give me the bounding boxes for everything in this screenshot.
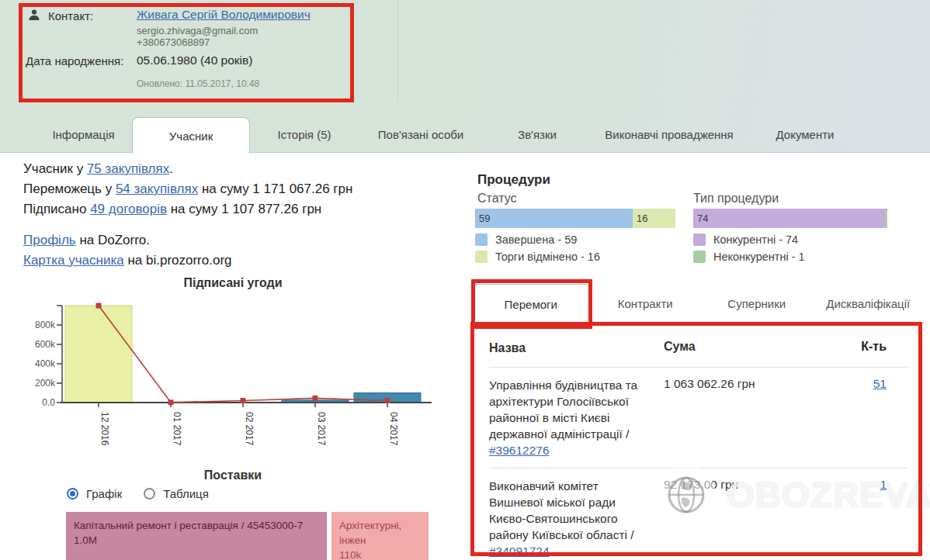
line-series <box>99 306 387 403</box>
header-divider <box>397 0 398 101</box>
external-links: Профіль на DoZorro. Картка учасника на b… <box>23 230 458 271</box>
procedure-type-chart-label: Тип процедури <box>693 192 779 206</box>
table-row: Виконавчий комітет Вишневої міської ради… <box>489 468 908 560</box>
tab-label: Зв'язки <box>518 128 557 141</box>
signed-agreements-plot: 0.0200k400k600k800k12 201601 201702 2017… <box>31 299 435 455</box>
tab-zvyazky[interactable]: Зв'язки <box>483 117 592 152</box>
radio-table[interactable] <box>144 488 155 500</box>
tab-dyskvalifikatsii[interactable]: Дискваліфікації <box>812 284 924 323</box>
buyer-name: Виконавчий комітет Вишневої міської ради… <box>489 479 634 541</box>
contact-label: Контакт: <box>48 9 93 22</box>
stat-text: Переможець у <box>23 181 116 196</box>
tab-istoria[interactable]: Історія (5) <box>250 117 359 152</box>
supplies-view-switch: Графік Таблиця <box>67 487 223 500</box>
buyer-name: Управління будівництва та архітектури Го… <box>489 379 637 441</box>
prozorro-card-link[interactable]: Картка учасника <box>23 253 124 268</box>
win-sum: 1 063 062.26 грн <box>664 377 811 458</box>
dozorro-profile-link[interactable]: Профіль <box>23 233 76 247</box>
purchases-link[interactable]: 75 закупівлях <box>87 161 169 176</box>
updated-timestamp: Оновлено: 11.05.2017, 10:48 <box>137 78 259 89</box>
tab-label: Суперники <box>727 297 786 310</box>
stat-text: на DoZorro. <box>76 233 150 247</box>
table-row: Управління будівництва та архітектури Го… <box>489 367 908 468</box>
y-tick-label: 600k <box>35 339 56 350</box>
treemap-block[interactable]: Капітальний ремонт і реставрація / 45453… <box>66 512 327 560</box>
segment-Торги відмінено[interactable]: 16 <box>633 209 675 228</box>
legend-swatch-noncompetitive <box>693 251 706 263</box>
x-tick-label: 02 2017 <box>244 412 255 446</box>
tab-label: Історія (5) <box>277 128 331 141</box>
buyer-id-link[interactable]: #39612276 <box>489 444 550 457</box>
legend-label: Неконкурентні - 1 <box>713 251 805 263</box>
tab-supernyky[interactable]: Суперники <box>701 284 813 323</box>
table-header-row: Назва Сума К-ть <box>489 332 908 367</box>
tab-label: Виконавчі провадження <box>605 128 733 141</box>
legend-row: Неконкурентні - 1 <box>693 251 805 263</box>
tab-kontrakty[interactable]: Контракти <box>589 284 701 323</box>
status-chart-label: Статус <box>477 192 517 206</box>
line-point-12 2016[interactable] <box>96 303 102 309</box>
birth-date-label: Дата народження: <box>26 54 123 67</box>
y-tick-label: 800k <box>35 320 56 330</box>
contracts-link[interactable]: 49 договорів <box>90 202 167 216</box>
legend-label: Конкурентні - 74 <box>713 233 798 246</box>
line-point-03 2017[interactable] <box>313 396 318 401</box>
procedure-type-stacked-bar: 74 <box>693 209 887 228</box>
contact-phone: +380673068897 <box>137 36 210 48</box>
win-count-link[interactable]: 1 <box>880 478 887 491</box>
stat-text: Учасник у <box>23 161 87 176</box>
buyer-id-link[interactable]: #34091724 <box>489 544 550 558</box>
line-point-02 2017[interactable] <box>241 398 246 403</box>
wins-link[interactable]: 54 закупівлях <box>116 181 198 196</box>
tab-label: Пов'язані особи <box>378 128 463 141</box>
procedure-type-legend: Конкурентні - 74 Неконкурентні - 1 <box>693 233 805 263</box>
legend-row: Торги відмінено - 16 <box>475 251 600 263</box>
x-tick-label: 03 2017 <box>316 412 327 446</box>
tab-dokumenty[interactable]: Документи <box>747 117 863 152</box>
main-tab-bar: Інформація Учасник Історія (5) Пов'язані… <box>0 117 930 153</box>
contact-email: sergio.zhivaga@gmail.com <box>137 25 258 36</box>
wins-table: Назва Сума К-ть Управління будівництва т… <box>489 332 908 560</box>
tab-label: Документи <box>776 128 835 141</box>
segment-Неконкурентні[interactable] <box>885 209 887 228</box>
legend-swatch-completed <box>475 233 488 246</box>
col-header-sum: Сума <box>664 340 811 356</box>
win-sum: 92 173.00 грн <box>664 478 811 559</box>
contact-name-link[interactable]: Живага Сергій Володимирович <box>137 8 311 22</box>
segment-Конкурентні[interactable]: 74 <box>693 209 885 228</box>
tab-vykonavchi-provadzhennya[interactable]: Виконавчі провадження <box>592 117 747 152</box>
line-point-01 2017[interactable] <box>168 399 174 405</box>
line-point-04 2017[interactable] <box>385 398 390 403</box>
stat-text: на суму 1 107 877.26 грн <box>167 202 321 216</box>
tab-label: Учасник <box>169 130 213 143</box>
y-tick-label: 400k <box>35 358 56 369</box>
segment-Завершена[interactable]: 59 <box>475 209 633 228</box>
x-tick-label: 01 2017 <box>172 412 182 446</box>
stat-text: . <box>169 161 173 176</box>
treemap-block[interactable]: Архітектурні, інжен110k <box>331 512 429 560</box>
supplies-treemap: Капітальний ремонт і реставрація / 45453… <box>66 512 429 560</box>
y-tick-label: 200k <box>35 378 56 389</box>
participant-stats: Учасник у 75 закупівлях. Переможець у 54… <box>23 159 458 282</box>
results-tab-bar: Перемоги Контракти Суперники Дискваліфік… <box>472 284 924 324</box>
x-tick-label: 12 2016 <box>99 412 110 446</box>
radio-table-label[interactable]: Таблиця <box>163 487 209 500</box>
radio-graph[interactable] <box>67 488 78 500</box>
signed-agreements-title: Підписані угоди <box>31 276 435 290</box>
stat-text: на суму 1 171 067.26 грн <box>198 181 352 196</box>
x-tick-label: 04 2017 <box>388 412 399 446</box>
tab-peremohy[interactable]: Перемоги <box>472 284 589 324</box>
tab-label: Перемоги <box>505 298 557 311</box>
radio-graph-label[interactable]: Графік <box>86 487 122 500</box>
tab-uchasnyk[interactable]: Учасник <box>132 117 250 154</box>
bar-12 2016[interactable] <box>65 306 132 403</box>
tab-informatsia[interactable]: Інформація <box>35 117 132 152</box>
win-count-link[interactable]: 51 <box>873 377 887 390</box>
y-tick-label: 0.0 <box>42 397 55 408</box>
col-header-name: Назва <box>489 340 664 356</box>
legend-row: Конкурентні - 74 <box>693 233 805 246</box>
tab-povyazani-osoby[interactable]: Пов'язані особи <box>359 117 483 152</box>
status-legend: Завершена - 59 Торги відмінено - 16 <box>475 233 600 263</box>
birth-date-value: 05.06.1980 (40 років) <box>137 54 252 67</box>
legend-label: Торги відмінено - 16 <box>495 251 600 263</box>
